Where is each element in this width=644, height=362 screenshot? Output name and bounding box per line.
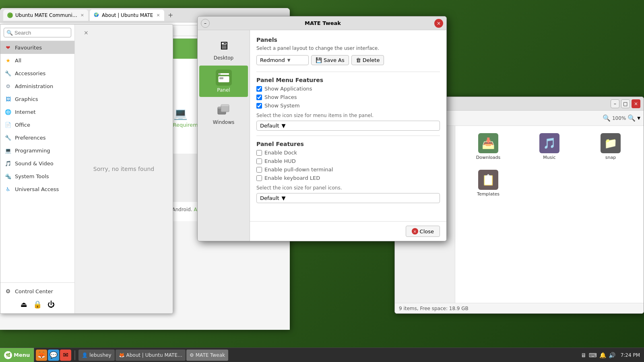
new-tab-button[interactable]: +: [166, 10, 175, 20]
menu-size-dropdown-arrow: ▼: [282, 123, 286, 129]
dialog-content-area: Panels Select a panel layout to change t…: [250, 30, 446, 241]
taskbar-window-tweak[interactable]: ⚙ MATE Tweak: [186, 350, 228, 361]
tray-network-icon[interactable]: 🖥: [581, 352, 586, 358]
file-item-templates[interactable]: 📋 Templates: [459, 167, 517, 200]
minimize-button[interactable]: –: [201, 19, 210, 28]
show-applications-checkbox[interactable]: [256, 86, 262, 92]
layout-dropdown-arrow: ▼: [287, 58, 291, 62]
close-button[interactable]: × Close: [406, 226, 440, 237]
fm-window-controls: – □ ×: [611, 99, 640, 108]
enable-dock-checkbox[interactable]: [256, 150, 262, 156]
tray-keyboard-icon[interactable]: ⌨: [589, 352, 597, 358]
sidebar-desktop[interactable]: 🖥 Desktop: [199, 33, 248, 65]
category-office[interactable]: 📄 Office: [0, 118, 74, 131]
category-system-tools[interactable]: 🔩 System Tools: [0, 170, 74, 183]
control-center-item[interactable]: ⚙ Control Center: [0, 285, 74, 297]
tab1-label: Ubuntu MATE Communi…: [15, 12, 77, 18]
power-icon[interactable]: ⏻: [47, 300, 55, 308]
sidebar-windows[interactable]: Windows: [199, 98, 248, 129]
fm-file-grid: 📥 Downloads 🎵 Music 📁 snap 📋: [455, 126, 644, 303]
no-results-text: Sorry, no items found: [93, 166, 154, 172]
delete-icon: 🗑: [356, 57, 361, 63]
category-graphics[interactable]: 🖼 Graphics: [0, 93, 74, 105]
templates-icon: 📋: [478, 170, 498, 190]
control-center-label: Control Center: [15, 288, 53, 294]
app-menu-sidebar: 🔍 × ❤ Favourites ★ All 🔧 Accessories ⚙ A…: [0, 25, 75, 313]
category-accessories[interactable]: 🔧 Accessories: [0, 67, 74, 80]
category-favourites[interactable]: ❤ Favourites: [0, 41, 74, 54]
category-administration[interactable]: ⚙ Administration: [0, 80, 74, 93]
taskbar-window-lebushey[interactable]: 👤 lebushey: [78, 350, 114, 361]
windows-icon: [216, 102, 232, 118]
menu-icon-size-value: Default: [260, 123, 279, 129]
delete-button[interactable]: 🗑 Delete: [351, 55, 384, 65]
tab2-close-icon[interactable]: ×: [156, 12, 160, 18]
file-item-downloads[interactable]: 📥 Downloads: [459, 130, 517, 163]
category-administration-label: Administration: [15, 83, 53, 89]
enable-kbd-led-checkbox[interactable]: [256, 175, 262, 181]
lock-screen-icon[interactable]: 🔒: [34, 300, 41, 308]
tab1-close-icon[interactable]: ×: [80, 12, 84, 18]
fm-minimize-button[interactable]: –: [611, 99, 619, 108]
menu-button[interactable]: 🌿 Menu: [0, 348, 34, 362]
tweak-icon: ⚙: [190, 352, 194, 358]
chat-icon[interactable]: 💬: [48, 350, 59, 361]
save-as-button[interactable]: 💾 Save As: [311, 55, 349, 65]
category-programming-label: Programming: [15, 148, 50, 154]
all-icon: ★: [4, 57, 12, 64]
taskbar-app-icons: 🦊 💬 ✉: [34, 350, 73, 361]
panel-icon-size-dropdown[interactable]: Default ▼: [256, 193, 440, 203]
file-item-snap[interactable]: 📁 snap: [582, 130, 640, 163]
category-programming[interactable]: 💻 Programming: [0, 144, 74, 157]
panel-icon: [216, 70, 232, 86]
taskbar-window-browser1[interactable]: 🦊 About | Ubuntu MATE…: [116, 350, 186, 361]
sidebar-panel[interactable]: Panel: [199, 66, 248, 97]
dialog-title: MATE Tweak: [211, 20, 434, 26]
category-all[interactable]: ★ All: [0, 54, 74, 67]
firefox-icon[interactable]: 🦊: [36, 350, 47, 361]
save-as-label: Save As: [324, 57, 345, 63]
enable-pulldown-checkbox[interactable]: [256, 167, 262, 173]
category-favourites-label: Favourites: [15, 45, 42, 51]
menu-icon-size-dropdown[interactable]: Default ▼: [256, 121, 440, 131]
enable-dock-label: Enable Dock: [264, 150, 297, 156]
fm-close-button[interactable]: ×: [632, 99, 640, 108]
office-icon: 📄: [4, 121, 12, 128]
zoom-in-icon[interactable]: 🔍: [627, 114, 636, 122]
zoom-out-icon[interactable]: 🔍: [603, 114, 611, 122]
show-applications-label: Show Applications: [264, 86, 312, 92]
fm-maximize-button[interactable]: □: [621, 99, 630, 108]
fm-view-dropdown-arrow[interactable]: ▼: [637, 116, 640, 120]
dialog-close-button[interactable]: ×: [434, 19, 443, 28]
panels-section-title: Panels: [256, 37, 440, 43]
mail-icon[interactable]: ✉: [60, 350, 71, 361]
category-sound-video[interactable]: 🎵 Sound & Video: [0, 157, 74, 170]
category-system-tools-label: System Tools: [15, 173, 49, 179]
search-input-wrap[interactable]: 🔍 ×: [4, 28, 71, 37]
svg-point-1: [219, 73, 221, 75]
tray-sound-icon[interactable]: 🔊: [609, 352, 615, 358]
search-input[interactable]: [14, 30, 82, 36]
app-menu-content: Sorry, no items found: [75, 25, 173, 313]
taskbar-tray: 🖥 ⌨ 🔔 🔊 7:24 PM: [577, 352, 644, 358]
panel-layout-row: Redmond ▼ 💾 Save As 🗑 Delete: [256, 55, 440, 65]
svg-rect-7: [221, 105, 229, 106]
internet-icon: 🌐: [4, 108, 12, 115]
category-internet[interactable]: 🌐 Internet: [0, 105, 74, 118]
programming-icon: 💻: [4, 147, 12, 154]
enable-hud-label: Enable HUD: [264, 158, 296, 164]
show-places-checkbox[interactable]: [256, 95, 262, 100]
category-preferences[interactable]: 🔧 Preferences: [0, 131, 74, 144]
category-universal-access[interactable]: ♿ Universal Access: [0, 183, 74, 195]
logout-icon[interactable]: ⏏: [20, 300, 27, 308]
system-tools-icon: 🔩: [4, 173, 12, 180]
show-system-checkbox[interactable]: [256, 103, 262, 109]
downloads-label: Downloads: [476, 155, 500, 160]
enable-hud-checkbox[interactable]: [256, 158, 262, 164]
universal-access-icon: ♿: [4, 185, 12, 193]
file-item-music[interactable]: 🎵 Music: [520, 130, 578, 163]
browser-tab-2[interactable]: 🌍 About | Ubuntu MATE ×: [90, 10, 164, 21]
tray-notification-icon[interactable]: 🔔: [599, 352, 606, 358]
layout-dropdown[interactable]: Redmond ▼: [256, 55, 309, 65]
browser-tab-1[interactable]: 🌿 Ubuntu MATE Communi… ×: [3, 10, 88, 21]
